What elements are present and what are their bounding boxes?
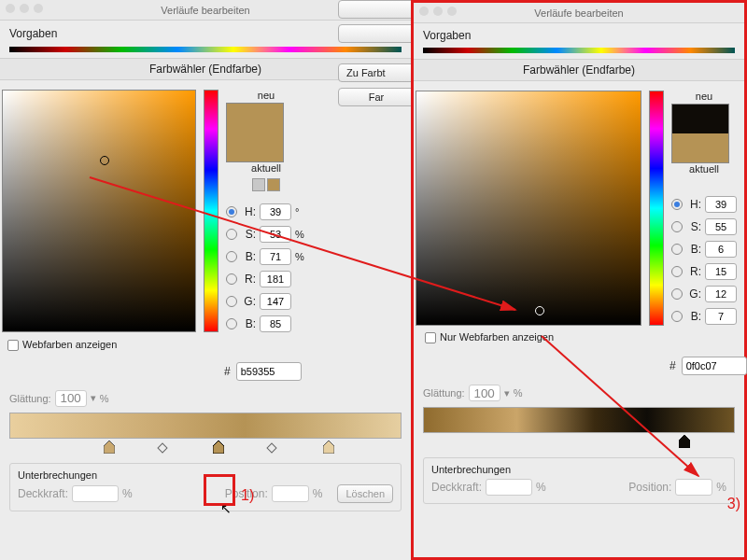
- input-bl[interactable]: [260, 315, 291, 332]
- saturation-field[interactable]: [416, 91, 641, 326]
- cancel-button[interactable]: [338, 24, 415, 43]
- gradient-preview[interactable]: [423, 407, 735, 433]
- delete-button[interactable]: Löschen: [337, 484, 393, 503]
- input-r[interactable]: [260, 271, 291, 287]
- color-swatch: [671, 104, 729, 163]
- websafe-checkbox[interactable]: [7, 340, 19, 351]
- annotation-3: 3): [727, 496, 740, 512]
- ok-button[interactable]: [338, 0, 415, 19]
- radio-bl[interactable]: [226, 318, 237, 329]
- svg-marker-2: [323, 441, 334, 454]
- position-input[interactable]: [675, 479, 712, 496]
- new-label: neu: [671, 91, 737, 102]
- saturation-field[interactable]: [2, 90, 196, 332]
- presets-label: Vorgaben: [9, 27, 57, 40]
- radio-g[interactable]: [226, 296, 237, 307]
- input-r[interactable]: [705, 263, 737, 280]
- input-g[interactable]: [260, 293, 291, 310]
- window-titlebar: Verläufe bearbeiten: [414, 3, 744, 23]
- radio-g[interactable]: [671, 288, 683, 300]
- input-br[interactable]: [260, 248, 291, 265]
- websafe-label: Webfarben anzeigen: [22, 339, 117, 350]
- input-bl[interactable]: [705, 308, 737, 325]
- hex-input[interactable]: [236, 362, 302, 381]
- gradient-preview[interactable]: [9, 413, 402, 439]
- input-g[interactable]: [705, 286, 737, 302]
- websafe-checkbox[interactable]: [425, 332, 436, 343]
- stops-section-label: Unterbrechungen: [18, 469, 97, 481]
- radio-r[interactable]: [226, 273, 237, 285]
- cube-icon[interactable]: [252, 178, 265, 191]
- svg-marker-0: [104, 441, 115, 454]
- position-input[interactable]: [272, 485, 309, 502]
- smoothing-input[interactable]: [469, 385, 500, 401]
- color-stop[interactable]: [104, 441, 115, 454]
- color-stop-active[interactable]: [679, 435, 690, 448]
- picker-title: Farbwähler (Endfarbe): [523, 63, 635, 77]
- window-controls[interactable]: [419, 7, 457, 16]
- color-swatch: [226, 103, 284, 162]
- opacity-input[interactable]: [486, 479, 532, 496]
- picker-title: Farbwähler (Endfarbe): [149, 63, 261, 76]
- hash-label: #: [669, 359, 676, 372]
- color-marker[interactable]: [535, 306, 544, 315]
- radio-h[interactable]: [671, 199, 683, 210]
- hex-input[interactable]: [682, 357, 747, 375]
- radio-s[interactable]: [226, 229, 237, 240]
- hsv-fields: H: S: B: R: G: B:: [671, 193, 737, 328]
- color-stop-active[interactable]: [213, 441, 224, 454]
- stops-section-label: Unterbrechungen: [431, 464, 511, 475]
- midpoint[interactable]: [267, 442, 277, 453]
- gradient-stops[interactable]: [9, 439, 402, 457]
- new-label: neu: [226, 90, 306, 101]
- smoothing-input[interactable]: [55, 390, 87, 407]
- input-s[interactable]: [705, 218, 737, 235]
- add-to-swatches-button[interactable]: Zu Farbt: [338, 63, 415, 82]
- radio-b[interactable]: [671, 244, 683, 255]
- svg-marker-1: [213, 441, 224, 454]
- color-marker[interactable]: [100, 156, 109, 165]
- input-h[interactable]: [260, 203, 291, 220]
- radio-b[interactable]: [226, 251, 237, 262]
- window-controls[interactable]: [6, 4, 43, 13]
- preset-strip[interactable]: [423, 48, 735, 53]
- input-h[interactable]: [705, 196, 737, 213]
- presets-label: Vorgaben: [423, 29, 471, 42]
- opacity-input[interactable]: [72, 485, 119, 502]
- gradient-stops[interactable]: [423, 433, 735, 452]
- radio-s[interactable]: [671, 221, 683, 232]
- nearest-swatch[interactable]: [267, 178, 280, 191]
- radio-r[interactable]: [671, 266, 683, 277]
- current-label: aktuell: [671, 163, 737, 175]
- input-s[interactable]: [260, 226, 291, 243]
- color-libs-button[interactable]: Far: [338, 88, 415, 106]
- radio-bl[interactable]: [671, 311, 683, 322]
- cursor-icon: ↖: [220, 501, 232, 516]
- radio-h[interactable]: [226, 206, 237, 217]
- hsv-fields: H:° S:% B:% R: G: B:: [226, 201, 306, 335]
- window-title: Verläufe bearbeiten: [534, 7, 623, 19]
- annotation-1: 1): [241, 487, 254, 504]
- window-title: Verläufe bearbeiten: [161, 5, 249, 16]
- svg-marker-3: [679, 435, 690, 448]
- current-label: aktuell: [226, 162, 306, 174]
- hash-label: #: [224, 365, 231, 378]
- hue-slider[interactable]: [649, 91, 664, 326]
- websafe-label: Nur Webfarben anzeigen: [440, 331, 554, 343]
- input-br[interactable]: [705, 241, 737, 258]
- hue-slider[interactable]: [204, 90, 218, 332]
- color-stop[interactable]: [323, 441, 334, 454]
- midpoint[interactable]: [157, 442, 167, 453]
